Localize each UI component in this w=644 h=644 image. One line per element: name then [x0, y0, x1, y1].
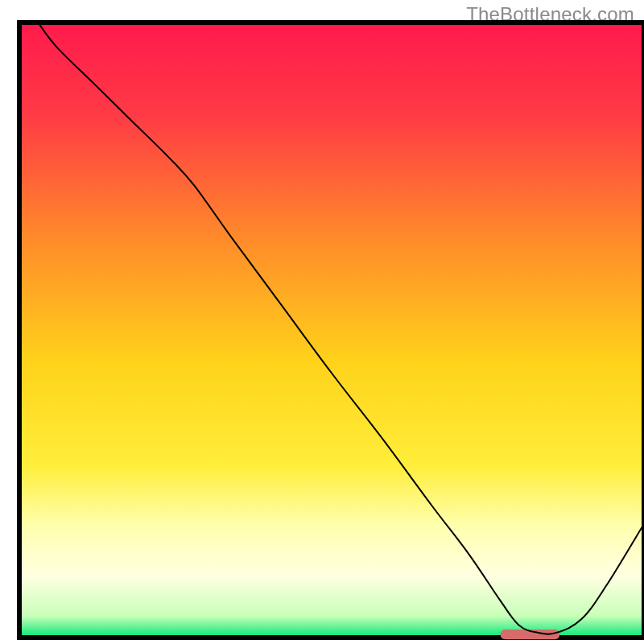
chart-container: TheBottleneck.com [0, 0, 644, 644]
chart-background-gradient [19, 23, 644, 638]
chart-svg [0, 0, 644, 644]
